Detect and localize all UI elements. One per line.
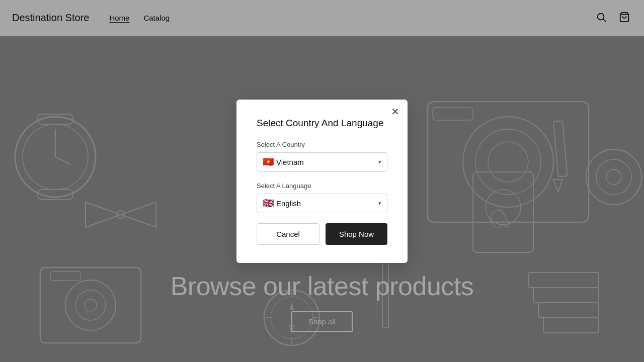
country-label: Select A Country [257,141,387,148]
modal-buttons: Cancel Shop Now [257,223,387,245]
cancel-button[interactable]: Cancel [257,223,319,245]
country-language-modal: ✕ Select Country And Language Select A C… [236,100,408,263]
modal-close-button[interactable]: ✕ [391,107,399,117]
language-label: Select A Language [257,182,387,190]
country-select[interactable]: Vietnam United States United Kingdom Aus… [257,152,387,172]
close-icon: ✕ [391,106,399,117]
modal-overlay: ✕ Select Country And Language Select A C… [0,0,644,362]
country-select-wrapper: 🇻🇳 Vietnam United States United Kingdom … [257,152,387,172]
shop-now-button[interactable]: Shop Now [326,223,387,245]
modal-title: Select Country And Language [257,118,387,129]
language-select[interactable]: English Vietnamese French Spanish German [257,194,387,213]
language-select-wrapper: 🇬🇧 English Vietnamese French Spanish Ger… [257,194,387,213]
